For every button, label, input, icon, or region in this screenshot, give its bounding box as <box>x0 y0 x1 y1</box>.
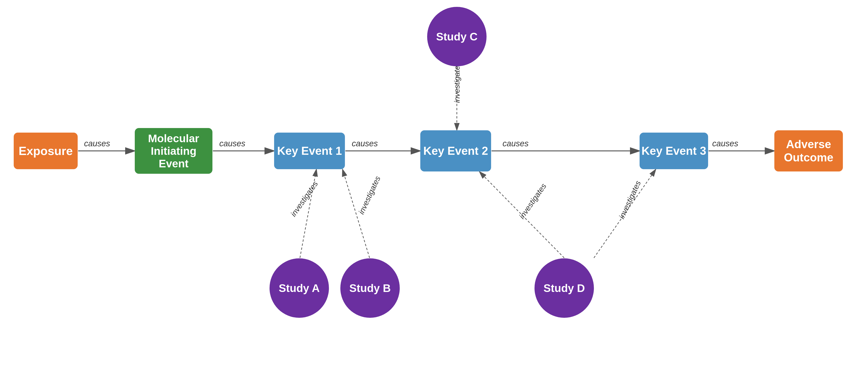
svg-text:investigates: investigates <box>453 62 461 103</box>
study-b-circle: Study B <box>340 258 400 318</box>
ke1-label: Key Event 1 <box>277 144 342 158</box>
study-c-label: Study C <box>436 30 477 43</box>
svg-line-8 <box>300 170 316 258</box>
node-ke2: Key Event 2 <box>420 130 491 171</box>
study-a-circle: Study A <box>270 258 329 318</box>
node-ke3: Key Event 3 <box>640 133 708 169</box>
node-adverse: Adverse Outcome <box>774 130 843 171</box>
svg-line-9 <box>343 170 370 258</box>
study-d-circle: Study D <box>534 258 594 318</box>
svg-text:causes: causes <box>219 139 245 148</box>
svg-text:causes: causes <box>84 139 110 148</box>
svg-text:investigates: investigates <box>289 179 319 218</box>
svg-text:causes: causes <box>712 139 738 148</box>
adverse-label: Adverse Outcome <box>774 138 843 164</box>
node-mie: Molecular Initiating Event <box>135 128 212 174</box>
diagram-container: causes causes causes causes causes inves… <box>0 0 868 369</box>
study-d-label: Study D <box>544 282 585 294</box>
svg-text:investigates: investigates <box>517 182 548 220</box>
study-c-circle: Study C <box>427 7 487 66</box>
svg-text:causes: causes <box>352 139 378 148</box>
svg-text:investigates: investigates <box>357 175 382 216</box>
ke3-label: Key Event 3 <box>642 144 706 158</box>
svg-text:causes: causes <box>502 139 529 148</box>
study-b-label: Study B <box>349 282 391 294</box>
svg-line-11 <box>594 170 656 258</box>
exposure-label: Exposure <box>19 144 73 158</box>
node-exposure: Exposure <box>14 133 78 169</box>
mie-label: Molecular Initiating Event <box>135 132 212 170</box>
study-a-label: Study A <box>279 282 320 294</box>
node-ke1: Key Event 1 <box>274 133 345 169</box>
svg-text:investigates: investigates <box>617 179 642 220</box>
svg-line-10 <box>480 172 564 258</box>
ke2-label: Key Event 2 <box>423 144 488 158</box>
